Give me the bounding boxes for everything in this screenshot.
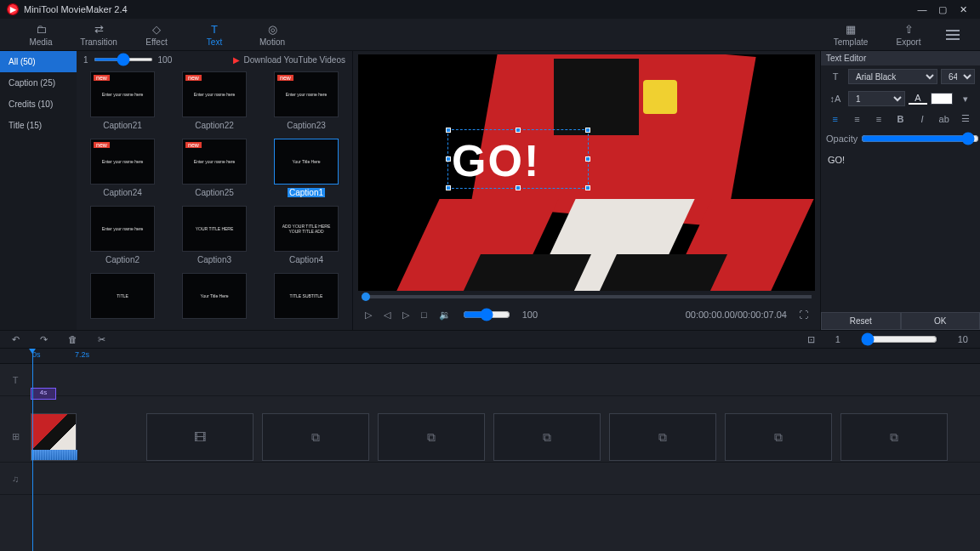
dropdown-icon[interactable]: ▾	[956, 94, 975, 105]
prev-frame-button[interactable]: ◁	[384, 310, 390, 321]
new-badge: new	[185, 75, 202, 81]
category-credits[interactable]: Credits (10)	[0, 94, 77, 115]
preview-canvas[interactable]: GO!	[358, 54, 815, 291]
text-selection-box[interactable]	[447, 129, 589, 189]
text-template-Caption3[interactable]: YOUR TITLE HERE	[182, 206, 247, 252]
align-left-button[interactable]: ≡	[826, 114, 845, 124]
fullscreen-button[interactable]: ⛶	[799, 310, 808, 320]
next-frame-button[interactable]: ▷	[402, 310, 409, 321]
text-template-item11[interactable]: TITLE SUBTITLE	[274, 273, 339, 319]
volume-icon[interactable]: 🔉	[439, 310, 451, 321]
text-template-item9[interactable]: TITLE	[90, 273, 155, 319]
text-template-item10[interactable]: Your Title Here	[182, 273, 247, 319]
scale-select[interactable]: 1	[848, 91, 905, 106]
video-track-head: ⊞	[0, 431, 31, 442]
template-icon: ▦	[846, 23, 856, 36]
tab-effect[interactable]: ◇ Effect	[128, 23, 185, 47]
bold-button[interactable]: B	[892, 114, 910, 124]
extra-button[interactable]: ☰	[956, 113, 975, 124]
category-title[interactable]: Title (15)	[0, 115, 77, 136]
preview-time: 00:00:00.00/00:00:07.04	[686, 310, 787, 320]
tab-text[interactable]: T Text	[185, 23, 243, 47]
scale-icon: ↕A	[826, 94, 845, 104]
text-template-Caption2[interactable]: Enter your name here	[90, 206, 155, 252]
font-color-icon[interactable]: A	[909, 93, 927, 105]
maximize-button[interactable]: ▢	[932, 4, 953, 15]
cut-button[interactable]: ✂	[98, 334, 105, 345]
preview-scrubber[interactable]	[362, 295, 812, 298]
thumb-size-max: 100	[158, 55, 173, 65]
redo-button[interactable]: ↷	[40, 334, 48, 345]
new-badge: new	[94, 75, 110, 81]
highlight-color-swatch[interactable]	[931, 93, 953, 105]
text-template-Caption4[interactable]: ADD YOUR TITLE HERE YOUR TITLE ADD	[274, 206, 339, 252]
playhead[interactable]	[32, 349, 33, 551]
empty-clip-slot[interactable]: 🎞	[146, 413, 254, 461]
text-track-head: T	[0, 375, 31, 385]
volume-value: 100	[522, 310, 538, 320]
template-label: Caption22	[195, 121, 234, 130]
empty-clip-slot[interactable]: ⧉	[378, 413, 485, 461]
font-size-select[interactable]: 64	[941, 69, 975, 84]
tab-motion[interactable]: ◎ Motion	[243, 23, 301, 47]
link-icon: ⧉	[658, 430, 667, 445]
template-label: Caption24	[103, 188, 142, 197]
app-logo: ▶	[7, 3, 19, 15]
category-caption[interactable]: Caption (25)	[0, 72, 77, 94]
thumb-size-slider[interactable]	[94, 58, 153, 61]
fit-button[interactable]: ⊡	[807, 334, 815, 345]
font-icon: T	[826, 71, 845, 82]
opacity-label: Opacity	[826, 133, 858, 144]
minimize-button[interactable]: —	[912, 4, 932, 14]
align-center-button[interactable]: ≡	[848, 114, 867, 124]
undo-button[interactable]: ↶	[12, 334, 20, 345]
opacity-slider[interactable]	[861, 131, 979, 146]
folder-icon: 🗀	[36, 23, 47, 36]
download-youtube-link[interactable]: ▶ Download YouTube Videos	[233, 55, 345, 65]
text-template-Caption22[interactable]: newEnter your name here	[182, 71, 247, 117]
new-badge: new	[94, 142, 110, 148]
reset-button[interactable]: Reset	[821, 312, 901, 330]
empty-clip-slot[interactable]: ⧉	[725, 413, 832, 461]
app-title: MiniTool MovieMaker 2.4	[24, 4, 128, 14]
effect-icon: ◇	[152, 23, 161, 36]
timeline-ruler[interactable]: 0s 7.2s	[0, 349, 980, 364]
play-button[interactable]: ▷	[365, 310, 372, 321]
template-label: Caption4	[289, 255, 323, 264]
export-button[interactable]: ⇧ Export	[880, 23, 937, 47]
video-clip[interactable]: 🔈	[31, 413, 77, 461]
text-template-Caption25[interactable]: newEnter your name here	[182, 139, 247, 185]
template-button[interactable]: ▦ Template	[822, 23, 880, 47]
text-clip[interactable]: 4s	[31, 388, 56, 400]
text-template-Caption21[interactable]: newEnter your name here	[90, 71, 155, 117]
align-right-button[interactable]: ≡	[869, 114, 888, 124]
template-label: Caption3	[197, 255, 231, 264]
italic-button[interactable]: I	[913, 114, 932, 124]
empty-clip-slot[interactable]: ⧉	[840, 413, 948, 461]
empty-clip-slot[interactable]: ⧉	[262, 413, 369, 461]
tab-media[interactable]: 🗀 Media	[12, 23, 70, 47]
text-template-Caption1[interactable]: Your Title Here	[274, 139, 339, 185]
text-template-Caption23[interactable]: newEnter your name here	[274, 71, 339, 117]
lowercase-button[interactable]: ab	[935, 114, 954, 124]
empty-clip-slot[interactable]: ⧉	[609, 413, 716, 461]
transition-icon: ⇄	[94, 23, 104, 36]
zoom-max: 10	[958, 334, 968, 344]
category-all[interactable]: All (50)	[0, 51, 77, 72]
audio-track-head: ♫	[0, 474, 31, 484]
font-select[interactable]: Arial Black	[848, 69, 937, 84]
ok-button[interactable]: OK	[901, 312, 981, 330]
empty-clip-slot[interactable]: ⧉	[493, 413, 601, 461]
volume-slider[interactable]	[463, 308, 510, 321]
template-label: Caption25	[195, 188, 234, 197]
editor-text[interactable]: GO!	[821, 150, 980, 312]
template-label: Caption21	[103, 121, 142, 130]
delete-button[interactable]: 🗑	[68, 334, 77, 344]
stop-button[interactable]: □	[421, 310, 427, 320]
zoom-slider[interactable]	[861, 332, 937, 346]
close-button[interactable]: ✕	[953, 4, 973, 15]
text-template-Caption24[interactable]: newEnter your name here	[90, 139, 155, 185]
tab-transition[interactable]: ⇄ Transition	[70, 23, 128, 47]
link-icon: ⧉	[311, 430, 320, 445]
menu-button[interactable]	[937, 25, 968, 45]
